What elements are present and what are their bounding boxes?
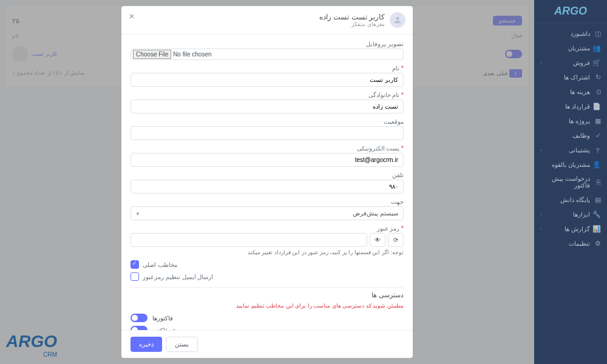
regenerate-password-icon[interactable]: ⟳ (388, 233, 404, 247)
avatar-icon (390, 12, 405, 28)
sidebar-item-1[interactable]: 👥مشتریان (534, 41, 607, 55)
send-pw-email-checkbox[interactable] (131, 272, 139, 281)
nav-icon: ？ (594, 146, 601, 153)
last-name-label: نام خانوادگی (131, 92, 404, 98)
nav-icon: ⎘ (594, 178, 601, 186)
sidebar-item-12[interactable]: 🔧ابزارها‹ (534, 207, 607, 221)
nav-icon: 📄 (594, 103, 601, 110)
chevron-left-icon: ‹ (540, 226, 542, 232)
sidebar-item-0[interactable]: ◫داشبورد (534, 26, 607, 41)
nav-icon: 👥 (594, 44, 601, 52)
close-button[interactable]: بستن (166, 337, 198, 352)
modal-subtitle: مغزهای متفکر (319, 21, 385, 27)
show-password-icon[interactable]: 👁 (370, 233, 385, 247)
nav-icon: 📊 (594, 225, 601, 232)
last-name-input[interactable] (131, 99, 404, 113)
save-button[interactable]: ذخیره (131, 337, 162, 352)
sidebar-item-13[interactable]: 📊گزارش ها‹ (534, 221, 607, 236)
nav-icon: ⚙ (594, 240, 601, 247)
chevron-left-icon: ‹ (540, 147, 542, 153)
nav-icon: ↻ (594, 73, 601, 81)
phone-input[interactable] (131, 180, 404, 194)
sidebar-item-11[interactable]: ▤پایگاه دانش (534, 192, 607, 207)
password-input[interactable] (131, 233, 367, 247)
sidebar-item-6[interactable]: ▦پروژه ها (534, 113, 607, 128)
sidebar-item-2[interactable]: 🛒فروش‹ (534, 55, 607, 70)
nav-icon: ⎙ (594, 88, 601, 95)
nav-icon: 🛒 (594, 59, 601, 66)
sidebar-item-14[interactable]: ⚙تنظیمات (534, 236, 607, 251)
direction-select[interactable]: سیستم پیش‌فرض (131, 206, 404, 220)
nav-icon: ✓ (594, 132, 601, 139)
sidebar-item-3[interactable]: ↻اشتراک ها (534, 70, 607, 84)
sidebar-item-5[interactable]: 📄قرارداد ها (534, 99, 607, 113)
sidebar-item-9[interactable]: 👤مشتریان بالقوه (534, 157, 607, 172)
primary-contact-checkbox[interactable] (131, 260, 139, 269)
email-label: پست الکترونیکی (131, 145, 404, 152)
nav-icon: ▤ (594, 196, 601, 203)
nav-icon: ▦ (594, 117, 601, 124)
password-hint: توجه: اگر این قسمتها را پر کنید، رمز عبو… (131, 249, 404, 255)
brand-logo: ARGO (534, 0, 607, 23)
chevron-left-icon: ‹ (540, 212, 542, 217)
sidebar-item-8[interactable]: ？پشتیبانی‹ (534, 143, 607, 157)
first-name-label: نام (131, 65, 404, 72)
corner-brand-logo: ARGO CRM (6, 332, 57, 358)
first-name-input[interactable] (131, 73, 404, 87)
modal-title: کاربر تست تست زاده (319, 13, 385, 21)
nav-icon: 🔧 (594, 211, 601, 218)
chevron-left-icon: ‹ (540, 60, 542, 66)
nav-icon: 👤 (594, 161, 601, 168)
position-label: موقعیت (131, 118, 404, 125)
profile-image-input[interactable]: Choose File No file chosen (131, 49, 404, 60)
sidebar-item-10[interactable]: ⎘درخواست پیش فاکتور (534, 172, 607, 192)
direction-label: جهت (131, 198, 404, 205)
edit-contact-modal: کاربر تست تست زاده مغزهای متفکر ✕ تصویر … (121, 6, 413, 358)
perm-toggle-1[interactable] (131, 326, 148, 330)
profile-image-label: تصویر پروفایل (131, 41, 404, 47)
nav-icon: ◫ (594, 30, 601, 37)
phone-label: تلفن (131, 172, 404, 178)
sidebar-item-7[interactable]: ✓وظایف (534, 128, 607, 143)
permissions-title: دسترسی ها (131, 291, 404, 299)
sidebar: ARGO ◫داشبورد👥مشتریان🛒فروش‹↻اشتراک ها⎙هز… (534, 0, 607, 364)
email-input[interactable] (131, 153, 404, 167)
position-input[interactable] (131, 126, 404, 140)
svg-point-0 (396, 17, 399, 20)
permissions-warning: مطمئن شوید که دسترسی های مناسب را برای ا… (131, 303, 404, 309)
password-label: رمز عبور (131, 225, 404, 232)
sidebar-item-4[interactable]: ⎙هزینه ها (534, 84, 607, 99)
close-icon[interactable]: ✕ (129, 12, 135, 21)
perm-toggle-0[interactable] (131, 314, 148, 322)
